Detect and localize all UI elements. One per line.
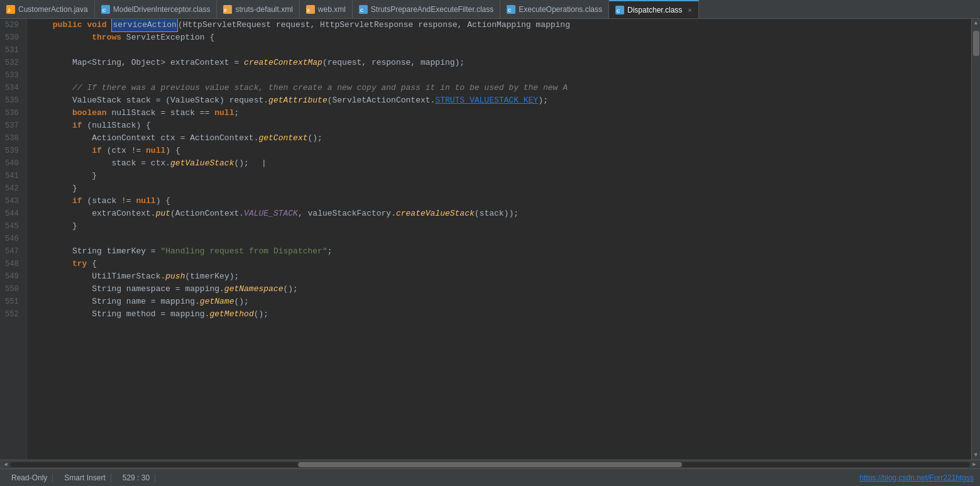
read-only-status: Read-Only — [6, 473, 53, 482]
code-line-536: boolean nullStack = stack == null; — [33, 107, 971, 119]
status-link[interactable]: https://blog.csdn.net/Forr221htgss — [860, 473, 974, 482]
editor-window: J CustomerAction.java C ModelDrivenInter… — [0, 0, 980, 486]
tab-label: Dispatcher.class — [627, 6, 682, 14]
line-numbers: 529 530 531 532 533 534 535 536 537 538 … — [0, 19, 27, 460]
svg-text:C: C — [102, 7, 106, 13]
code-editor[interactable]: public void serviceAction(HttpServletReq… — [27, 19, 971, 460]
class-icon-1: C — [101, 5, 110, 14]
java-icon: J — [6, 5, 15, 14]
code-line-534: // If there was a previous value stack, … — [33, 82, 971, 94]
scroll-thumb[interactable] — [973, 31, 979, 56]
editor-area: 529 530 531 532 533 534 535 536 537 538 … — [0, 19, 980, 468]
status-bar: Read-Only Smart Insert 529 : 30 https://… — [0, 468, 980, 486]
tab-model-driven[interactable]: C ModelDrivenInterceptor.class — [95, 0, 217, 18]
svg-text:C: C — [617, 8, 620, 13]
horizontal-scrollbar[interactable]: ◀ ▶ — [0, 460, 980, 468]
tab-dispatcher[interactable]: C Dispatcher.class × — [609, 0, 699, 18]
tab-bar: J CustomerAction.java C ModelDrivenInter… — [0, 0, 980, 19]
scroll-up-arrow[interactable]: ▲ — [972, 19, 981, 28]
code-line-539: if (ctx != null) { — [33, 145, 971, 157]
h-scroll-track[interactable] — [10, 462, 970, 467]
xml-icon-1: X — [223, 5, 232, 14]
code-line-546 — [33, 233, 971, 245]
tab-label: CustomerAction.java — [18, 5, 88, 14]
code-line-547: String timerKey = "Handling request from… — [33, 245, 971, 258]
tab-struts-default[interactable]: X struts-default.xml — [217, 0, 299, 18]
svg-text:J: J — [8, 7, 10, 13]
code-line-533 — [33, 69, 971, 82]
code-line-537: if (nullStack) { — [33, 119, 971, 132]
vertical-scrollbar[interactable]: ▲ ▼ — [971, 19, 980, 460]
tab-close-button[interactable]: × — [688, 6, 691, 14]
code-line-544: extraContext.put(ActionContext.VALUE_STA… — [33, 207, 971, 220]
svg-text:C: C — [508, 7, 512, 13]
tab-customer-action[interactable]: J CustomerAction.java — [0, 0, 95, 18]
scroll-down-arrow[interactable]: ▼ — [972, 451, 981, 460]
svg-text:X: X — [307, 8, 310, 12]
code-line-530: throws ServletException { — [33, 31, 971, 44]
class-icon-4: C — [615, 6, 624, 14]
tab-struts-prepare[interactable]: C StrutsPrepareAndExecuteFilter.class — [353, 0, 500, 18]
svg-text:X: X — [224, 8, 227, 12]
code-container: 529 530 531 532 533 534 535 536 537 538 … — [0, 19, 980, 460]
code-line-541: } — [33, 170, 971, 182]
tab-label: ExecuteOperations.class — [519, 5, 602, 14]
tab-label: struts-default.xml — [235, 5, 292, 14]
scroll-right-arrow[interactable]: ▶ — [970, 461, 979, 468]
svg-text:C: C — [360, 7, 364, 13]
code-line-552: String method = mapping.getMethod(); — [33, 308, 971, 321]
code-line-535: ValueStack stack = (ValueStack) request.… — [33, 94, 971, 107]
tab-label: StrutsPrepareAndExecuteFilter.class — [371, 5, 493, 14]
code-line-551: String name = mapping.getName(); — [33, 295, 971, 308]
code-line-531 — [33, 44, 971, 57]
code-line-545: } — [33, 220, 971, 233]
code-line-538: ActionContext ctx = ActionContext.getCon… — [33, 132, 971, 145]
code-line-529: public void serviceAction(HttpServletReq… — [33, 19, 971, 31]
tab-label: web.xml — [318, 5, 346, 14]
code-line-550: String namespace = mapping.getNamespace(… — [33, 283, 971, 295]
code-line-548: try { — [33, 258, 971, 270]
h-scroll-thumb[interactable] — [298, 462, 682, 467]
xml-icon-2: X — [306, 5, 315, 14]
code-line-532: Map<String, Object> extraContext = creat… — [33, 57, 971, 69]
code-line-540: stack = ctx.getValueStack(); | — [33, 157, 971, 170]
tab-label: ModelDrivenInterceptor.class — [113, 5, 211, 14]
code-line-549: UtilTimerStack.push(timerKey); — [33, 270, 971, 283]
code-line-542: } — [33, 182, 971, 195]
tab-web-xml[interactable]: X web.xml — [300, 0, 353, 18]
tab-execute-operations[interactable]: C ExecuteOperations.class — [500, 0, 609, 18]
class-icon-2: C — [359, 5, 368, 14]
cursor-position: 529 : 30 — [118, 473, 155, 482]
insert-mode-status: Smart Insert — [59, 473, 111, 482]
code-line-543: if (stack != null) { — [33, 195, 971, 207]
class-icon-3: C — [507, 5, 515, 14]
scroll-left-arrow[interactable]: ◀ — [1, 461, 10, 468]
